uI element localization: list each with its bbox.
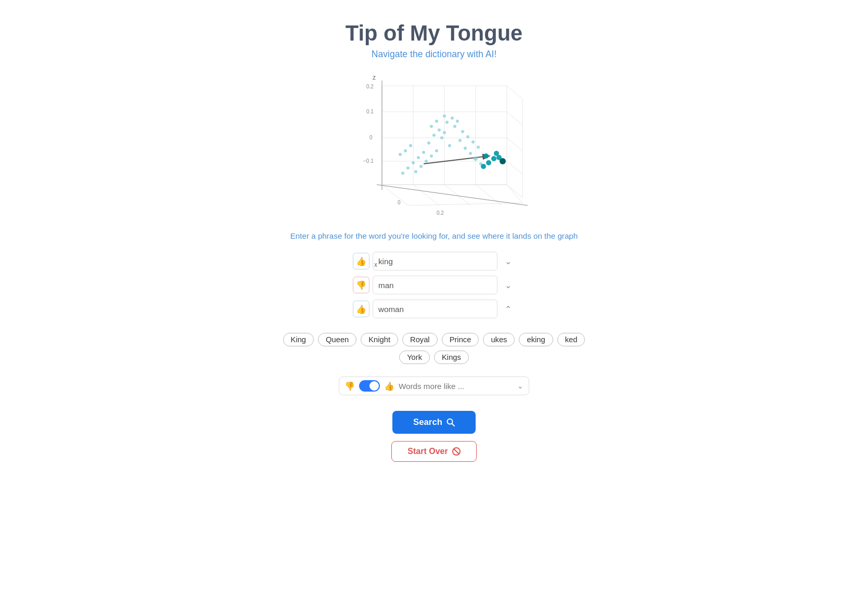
svg-point-65 bbox=[399, 153, 402, 156]
svg-line-10 bbox=[382, 185, 408, 205]
phrase-input-3[interactable] bbox=[373, 300, 497, 318]
svg-text:x: x bbox=[374, 261, 377, 268]
svg-text:−0.1: −0.1 bbox=[363, 158, 374, 164]
svg-point-44 bbox=[419, 165, 423, 168]
svg-point-69 bbox=[483, 153, 489, 159]
svg-point-62 bbox=[401, 172, 404, 175]
svg-point-58 bbox=[422, 151, 425, 154]
svg-point-53 bbox=[456, 120, 459, 123]
svg-point-45 bbox=[474, 157, 478, 161]
svg-point-66 bbox=[430, 125, 433, 128]
tag-item[interactable]: ked bbox=[557, 333, 585, 346]
svg-line-14 bbox=[507, 185, 522, 203]
thumbs-down-icon-toggle: 👎 bbox=[344, 381, 355, 391]
svg-point-68 bbox=[443, 114, 446, 118]
svg-text:z: z bbox=[373, 74, 376, 81]
svg-point-70 bbox=[491, 156, 496, 161]
tag-item[interactable]: Knight bbox=[361, 333, 398, 346]
svg-line-13 bbox=[476, 185, 502, 205]
svg-point-56 bbox=[471, 140, 475, 144]
svg-point-46 bbox=[414, 170, 417, 173]
svg-line-19 bbox=[507, 138, 522, 151]
phrase-input-1[interactable] bbox=[373, 252, 497, 270]
svg-point-48 bbox=[427, 141, 430, 145]
svg-line-21 bbox=[507, 185, 522, 198]
tag-item[interactable]: eking bbox=[519, 333, 553, 346]
start-over-label: Start Over bbox=[407, 447, 448, 456]
tag-item[interactable]: Kings bbox=[434, 351, 469, 364]
more-like-row: 👎 👍 ⌄ bbox=[339, 377, 529, 395]
tag-item[interactable]: ukes bbox=[483, 333, 515, 346]
svg-point-41 bbox=[464, 147, 467, 150]
svg-point-40 bbox=[430, 154, 433, 158]
search-button[interactable]: Search bbox=[392, 411, 476, 434]
instruction-text: Enter a phrase for the word you're looki… bbox=[290, 231, 578, 240]
svg-line-79 bbox=[454, 449, 458, 453]
start-over-button[interactable]: Start Over bbox=[391, 441, 476, 462]
thumbs-up-icon-3[interactable]: 👍 bbox=[353, 301, 369, 317]
tags-container: KingQueenKnightRoyalPrinceukesekingkedYo… bbox=[278, 333, 590, 364]
input-row-3: 👍 ⌃ bbox=[353, 300, 515, 318]
svg-line-77 bbox=[452, 424, 454, 426]
thumbs-up-icon-toggle: 👍 bbox=[384, 381, 394, 391]
svg-point-57 bbox=[477, 146, 480, 149]
svg-point-39 bbox=[458, 139, 462, 142]
tag-item[interactable]: King bbox=[283, 333, 314, 346]
svg-point-63 bbox=[409, 144, 412, 147]
svg-point-71 bbox=[486, 160, 491, 165]
svg-text:0.2: 0.2 bbox=[366, 84, 374, 89]
more-like-input[interactable] bbox=[399, 382, 513, 391]
chevron-down-btn-2[interactable]: ⌄ bbox=[501, 278, 515, 292]
thumbs-down-icon-2[interactable]: 👎 bbox=[353, 277, 369, 293]
svg-text:0: 0 bbox=[398, 200, 401, 205]
svg-text:0: 0 bbox=[369, 135, 373, 140]
svg-point-50 bbox=[438, 128, 441, 132]
svg-point-61 bbox=[406, 166, 410, 170]
svg-text:0.2: 0.2 bbox=[437, 210, 444, 216]
more-like-chevron[interactable]: ⌄ bbox=[517, 382, 524, 390]
svg-point-35 bbox=[453, 125, 456, 128]
svg-point-34 bbox=[443, 131, 446, 134]
svg-point-75 bbox=[500, 158, 506, 164]
svg-line-25 bbox=[424, 156, 489, 164]
phrase-input-2[interactable] bbox=[373, 276, 497, 294]
chevron-down-btn-1[interactable]: ⌄ bbox=[501, 254, 515, 268]
svg-point-64 bbox=[404, 149, 407, 152]
svg-point-72 bbox=[481, 164, 486, 169]
svg-point-51 bbox=[445, 121, 449, 124]
svg-line-12 bbox=[444, 185, 470, 205]
tag-item[interactable]: Queen bbox=[318, 333, 356, 346]
thumbs-up-icon-1[interactable]: 👍 bbox=[353, 253, 369, 269]
input-row-2: 👎 ⌄ bbox=[353, 276, 515, 294]
search-icon bbox=[446, 418, 455, 426]
svg-point-55 bbox=[466, 135, 469, 138]
page-title: Tip of My Tongue bbox=[346, 21, 522, 46]
svg-point-59 bbox=[417, 156, 420, 159]
svg-text:0.1: 0.1 bbox=[366, 109, 374, 114]
svg-point-67 bbox=[435, 120, 438, 123]
svg-point-49 bbox=[432, 134, 436, 137]
svg-line-20 bbox=[507, 161, 522, 174]
svg-line-17 bbox=[507, 86, 522, 99]
tag-item[interactable]: Prince bbox=[442, 333, 479, 346]
svg-point-54 bbox=[461, 130, 464, 133]
svg-point-60 bbox=[412, 161, 415, 164]
stop-icon bbox=[452, 447, 461, 456]
svg-line-18 bbox=[507, 112, 522, 125]
svg-point-52 bbox=[451, 116, 454, 120]
subtitle: Navigate the dictionary with AI! bbox=[372, 49, 497, 60]
search-label: Search bbox=[413, 417, 442, 427]
chevron-up-btn-3[interactable]: ⌃ bbox=[501, 302, 515, 316]
tag-item[interactable]: York bbox=[399, 351, 430, 364]
svg-point-43 bbox=[469, 152, 472, 155]
tag-item[interactable]: Royal bbox=[402, 333, 438, 346]
svg-point-37 bbox=[448, 144, 451, 147]
svg-point-38 bbox=[435, 149, 438, 152]
svg-line-11 bbox=[413, 185, 439, 205]
svg-point-36 bbox=[440, 136, 443, 139]
toggle-switch[interactable] bbox=[359, 380, 380, 392]
svg-line-15 bbox=[408, 203, 522, 205]
svg-point-42 bbox=[425, 160, 428, 163]
scatter-chart: z x 0.2 0.1 0 −0.1 0.2 0 bbox=[340, 70, 528, 216]
